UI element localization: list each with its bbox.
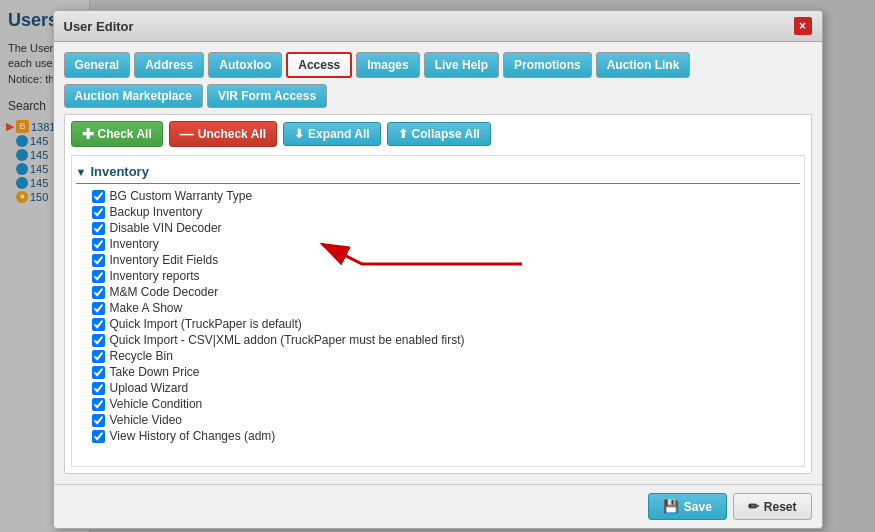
list-item: BG Custom Warranty Type	[76, 188, 800, 204]
list-item: View History of Changes (adm)	[76, 428, 800, 444]
user-editor-modal: User Editor × General Address Autoxloo A…	[53, 10, 823, 529]
list-item: Quick Import - CSV|XML addon (TruckPaper…	[76, 332, 800, 348]
item-label: Vehicle Condition	[110, 397, 203, 411]
checkbox-inventory[interactable]	[92, 238, 105, 251]
checkbox-quick-import-csv[interactable]	[92, 334, 105, 347]
tab-vir-form-access[interactable]: VIR Form Access	[207, 84, 327, 108]
access-toolbar: ✚ Check All ― Uncheck All ⬇ Expand All ⬆…	[71, 121, 805, 147]
list-item: Inventory	[76, 236, 800, 252]
checkbox-take-down-price[interactable]	[92, 366, 105, 379]
reset-button[interactable]: ✏ Reset	[733, 493, 812, 520]
permissions-scroll-area[interactable]: ▼ Inventory BG Custom Warranty Type Back…	[71, 155, 805, 467]
list-item: Disable VIN Decoder	[76, 220, 800, 236]
collapse-icon: ⬆	[398, 127, 408, 141]
tab-auction-marketplace[interactable]: Auction Marketplace	[64, 84, 203, 108]
pencil-icon: ✏	[748, 499, 759, 514]
checkbox-mm-code-decoder[interactable]	[92, 286, 105, 299]
item-label: Recycle Bin	[110, 349, 173, 363]
tab-promotions[interactable]: Promotions	[503, 52, 592, 78]
expand-all-label: Expand All	[308, 127, 370, 141]
uncheck-all-button[interactable]: ― Uncheck All	[169, 121, 277, 147]
disk-icon: 💾	[663, 499, 679, 514]
checkbox-view-history[interactable]	[92, 430, 105, 443]
list-item: Vehicle Video	[76, 412, 800, 428]
tab-row-2: Auction Marketplace VIR Form Access	[64, 84, 812, 108]
check-all-label: Check All	[98, 127, 152, 141]
item-label: BG Custom Warranty Type	[110, 189, 253, 203]
modal-overlay: User Editor × General Address Autoxloo A…	[0, 0, 875, 532]
list-item: Backup Inventory	[76, 204, 800, 220]
list-item: Vehicle Condition	[76, 396, 800, 412]
list-item: Recycle Bin	[76, 348, 800, 364]
minus-icon: ―	[180, 126, 194, 142]
checkbox-inventory-edit-fields[interactable]	[92, 254, 105, 267]
tab-live-help[interactable]: Live Help	[424, 52, 499, 78]
access-content-area: ✚ Check All ― Uncheck All ⬇ Expand All ⬆…	[64, 114, 812, 474]
item-label: Take Down Price	[110, 365, 200, 379]
checkbox-bg-custom-warranty[interactable]	[92, 190, 105, 203]
checkbox-backup-inventory[interactable]	[92, 206, 105, 219]
uncheck-all-label: Uncheck All	[198, 127, 266, 141]
item-label: Make A Show	[110, 301, 183, 315]
item-label: Disable VIN Decoder	[110, 221, 222, 235]
modal-header: User Editor ×	[54, 11, 822, 42]
item-label: Quick Import (TruckPaper is default)	[110, 317, 302, 331]
tab-autoxloo[interactable]: Autoxloo	[208, 52, 282, 78]
item-label: Vehicle Video	[110, 413, 183, 427]
list-item: Make A Show	[76, 300, 800, 316]
checkbox-quick-import[interactable]	[92, 318, 105, 331]
collapse-all-button[interactable]: ⬆ Collapse All	[387, 122, 491, 146]
tab-auction-link[interactable]: Auction Link	[596, 52, 691, 78]
list-item: M&M Code Decoder	[76, 284, 800, 300]
list-item: Inventory reports	[76, 268, 800, 284]
item-label: Quick Import - CSV|XML addon (TruckPaper…	[110, 333, 465, 347]
expand-icon: ⬇	[294, 127, 304, 141]
tab-address[interactable]: Address	[134, 52, 204, 78]
tab-row-1: General Address Autoxloo Access Images L…	[64, 52, 812, 78]
save-button[interactable]: 💾 Save	[648, 493, 727, 520]
tab-general[interactable]: General	[64, 52, 131, 78]
checkbox-recycle-bin[interactable]	[92, 350, 105, 363]
item-label: Inventory	[110, 237, 159, 251]
checkbox-upload-wizard[interactable]	[92, 382, 105, 395]
checkbox-vehicle-condition[interactable]	[92, 398, 105, 411]
section-arrow-icon: ▼	[76, 166, 87, 178]
check-all-button[interactable]: ✚ Check All	[71, 121, 163, 147]
checkbox-disable-vin-decoder[interactable]	[92, 222, 105, 235]
list-item: Take Down Price	[76, 364, 800, 380]
inventory-section-label: Inventory	[90, 164, 149, 179]
list-item: Quick Import (TruckPaper is default)	[76, 316, 800, 332]
collapse-all-label: Collapse All	[412, 127, 480, 141]
item-label: M&M Code Decoder	[110, 285, 219, 299]
checkbox-inventory-reports[interactable]	[92, 270, 105, 283]
modal-footer: 💾 Save ✏ Reset	[54, 484, 822, 528]
expand-all-button[interactable]: ⬇ Expand All	[283, 122, 381, 146]
inventory-section-header: ▼ Inventory	[76, 162, 800, 184]
item-label: Backup Inventory	[110, 205, 203, 219]
list-item: Inventory Edit Fields	[76, 252, 800, 268]
checkbox-vehicle-video[interactable]	[92, 414, 105, 427]
item-label: Upload Wizard	[110, 381, 189, 395]
modal-close-button[interactable]: ×	[794, 17, 812, 35]
modal-body: General Address Autoxloo Access Images L…	[54, 42, 822, 484]
modal-title: User Editor	[64, 19, 134, 34]
item-label: Inventory Edit Fields	[110, 253, 219, 267]
save-label: Save	[684, 500, 712, 514]
reset-label: Reset	[764, 500, 797, 514]
tab-images[interactable]: Images	[356, 52, 419, 78]
plus-icon: ✚	[82, 126, 94, 142]
item-label: Inventory reports	[110, 269, 200, 283]
tab-access[interactable]: Access	[286, 52, 352, 78]
list-item: Upload Wizard	[76, 380, 800, 396]
checkbox-make-a-show[interactable]	[92, 302, 105, 315]
item-label: View History of Changes (adm)	[110, 429, 276, 443]
